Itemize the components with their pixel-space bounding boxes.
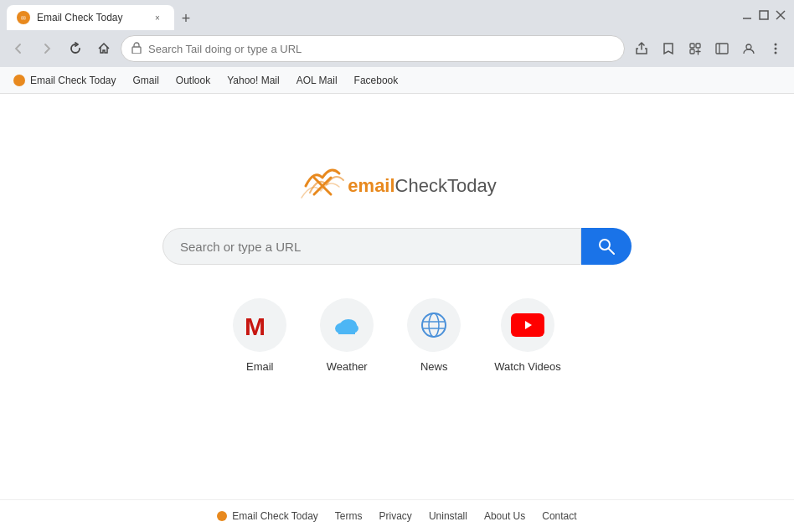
svg-marker-27 <box>525 321 532 329</box>
sidebar-button[interactable] <box>710 37 734 60</box>
share-button[interactable] <box>630 37 653 60</box>
svg-point-14 <box>775 48 777 50</box>
address-input[interactable] <box>148 43 614 55</box>
svg-rect-7 <box>690 44 694 48</box>
menu-button[interactable] <box>764 37 787 60</box>
search-input-wrapper[interactable] <box>162 228 581 265</box>
news-icon <box>419 310 449 340</box>
footer-brand[interactable]: Email Check Today <box>217 510 318 522</box>
bookmark-aol-mail[interactable]: AOL Mail <box>290 71 344 90</box>
page-content: emailCheckToday M Email <box>0 94 794 532</box>
back-button[interactable] <box>7 37 30 60</box>
maximize-button[interactable] <box>757 8 771 22</box>
bookmark-label: Outlook <box>176 75 210 86</box>
weather-icon-wrapper <box>320 298 374 352</box>
logo-section: emailCheckToday <box>297 161 496 211</box>
tab-favicon: ✉ <box>17 11 30 24</box>
bookmark-facebook[interactable]: Facebook <box>348 71 405 90</box>
footer-uninstall[interactable]: Uninstall <box>429 510 467 522</box>
svg-rect-10 <box>716 44 728 54</box>
bookmark-yahoo-mail[interactable]: Yahoo! Mail <box>220 71 286 90</box>
svg-text:✉: ✉ <box>21 15 26 21</box>
news-label: News <box>420 360 448 373</box>
svg-rect-22 <box>338 328 355 334</box>
svg-point-16 <box>600 240 610 250</box>
bookmark-label: Facebook <box>354 75 399 86</box>
quick-link-email[interactable]: M Email <box>233 298 286 373</box>
home-button[interactable] <box>92 37 116 60</box>
quick-link-news[interactable]: News <box>407 298 461 373</box>
gmail-icon: M <box>245 313 275 337</box>
tab-title: Email Check Today <box>37 12 144 23</box>
youtube-icon <box>511 313 544 337</box>
lock-icon <box>131 42 142 56</box>
svg-rect-6 <box>132 47 141 54</box>
new-tab-button[interactable]: + <box>174 7 198 30</box>
bookmark-email-check-today[interactable]: Email Check Today <box>7 71 123 90</box>
forward-button[interactable] <box>35 37 59 60</box>
page-footer: Email Check Today Terms Privacy Uninstal… <box>0 499 794 532</box>
svg-point-15 <box>775 52 777 54</box>
bookmark-label: Email Check Today <box>30 75 116 86</box>
logo-text: emailCheckToday <box>348 175 496 197</box>
footer-privacy[interactable]: Privacy <box>379 510 412 522</box>
news-icon-wrapper <box>407 298 461 352</box>
search-icon <box>598 238 615 255</box>
logo-icon <box>297 161 348 211</box>
footer-favicon <box>217 511 227 521</box>
bookmark-button[interactable] <box>657 37 680 60</box>
weather-label: Weather <box>327 360 368 373</box>
profile-button[interactable] <box>737 37 760 60</box>
bookmarks-bar: Email Check Today Gmail Outlook Yahoo! M… <box>0 67 794 94</box>
search-button[interactable] <box>581 228 632 265</box>
watch-videos-icon-wrapper <box>501 298 554 352</box>
bookmark-label: Yahoo! Mail <box>227 75 279 86</box>
search-input[interactable] <box>180 240 564 254</box>
svg-text:M: M <box>245 313 266 337</box>
tab-close-button[interactable]: × <box>151 11 164 24</box>
window-controls <box>740 8 787 22</box>
toolbar <box>0 30 794 67</box>
svg-rect-3 <box>760 11 768 19</box>
tab-strip: ✉ Email Check Today × + <box>7 0 737 30</box>
svg-rect-8 <box>696 44 700 48</box>
close-window-button[interactable] <box>774 8 787 22</box>
footer-brand-label: Email Check Today <box>232 510 318 522</box>
quick-links: M Email Weather <box>233 298 561 373</box>
footer-contact[interactable]: Contact <box>542 510 576 522</box>
minimize-button[interactable] <box>740 8 754 22</box>
logo-today: Today <box>447 175 497 196</box>
quick-link-watch-videos[interactable]: Watch Videos <box>494 298 561 373</box>
footer-about-us[interactable]: About Us <box>484 510 525 522</box>
bookmark-label: Gmail <box>133 75 159 86</box>
title-bar: ✉ Email Check Today × + <box>0 0 794 30</box>
svg-rect-9 <box>690 49 694 54</box>
logo-email: email <box>348 175 394 196</box>
logo-check: Check <box>395 175 447 196</box>
quick-link-weather[interactable]: Weather <box>320 298 374 373</box>
email-label: Email <box>246 360 274 373</box>
bookmark-gmail[interactable]: Gmail <box>126 71 166 90</box>
extensions-button[interactable] <box>683 37 707 60</box>
svg-point-13 <box>775 44 777 46</box>
active-tab[interactable]: ✉ Email Check Today × <box>7 5 174 30</box>
toolbar-icons <box>630 37 787 60</box>
weather-icon <box>332 310 362 340</box>
refresh-button[interactable] <box>64 37 87 60</box>
svg-point-12 <box>746 44 751 49</box>
bookmark-favicon <box>13 75 25 86</box>
svg-line-17 <box>609 249 614 254</box>
bookmark-label: AOL Mail <box>296 75 338 86</box>
search-section <box>162 228 632 265</box>
bookmark-outlook[interactable]: Outlook <box>169 71 217 90</box>
email-icon-wrapper: M <box>233 298 286 352</box>
watch-videos-label: Watch Videos <box>494 360 561 373</box>
address-bar[interactable] <box>121 35 625 62</box>
svg-point-23 <box>422 313 446 337</box>
svg-point-24 <box>429 313 439 337</box>
footer-terms[interactable]: Terms <box>335 510 363 522</box>
